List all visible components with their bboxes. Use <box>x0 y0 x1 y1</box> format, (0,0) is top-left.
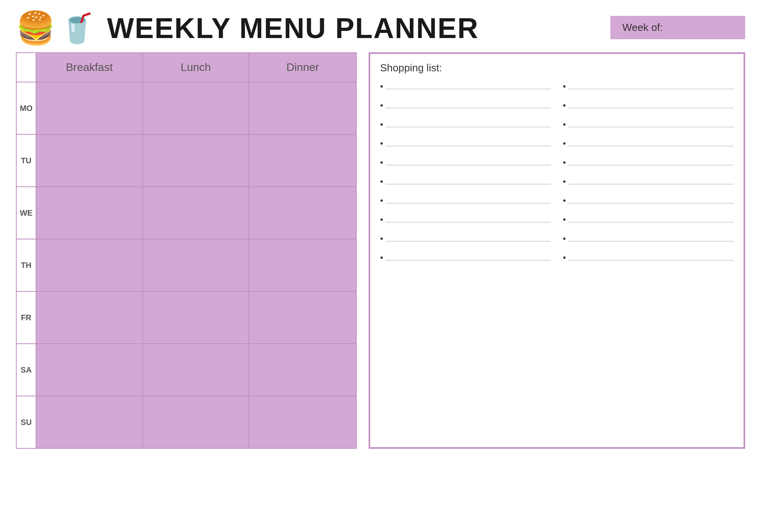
day-label-fr: FR <box>17 292 36 343</box>
sa-lunch-cell[interactable] <box>143 344 250 396</box>
shopping-line[interactable] <box>568 122 734 127</box>
shopping-line[interactable] <box>386 198 551 203</box>
th-dinner-cell[interactable] <box>249 239 356 291</box>
day-row: WE <box>16 187 357 239</box>
shopping-line[interactable] <box>386 84 551 89</box>
shopping-item: • <box>563 100 734 111</box>
day-row: FR <box>16 292 357 344</box>
shopping-item: • <box>563 157 734 168</box>
day-label-we: WE <box>17 187 36 239</box>
shopping-item: • <box>380 157 551 168</box>
burger-icon: 🍔 <box>16 12 55 44</box>
sa-dinner-cell[interactable] <box>249 344 356 396</box>
bullet-icon: • <box>563 119 566 130</box>
day-label-th: TH <box>17 239 36 291</box>
shopping-line[interactable] <box>386 141 551 146</box>
title-area: WEEKLY MENU PLANNER <box>103 12 610 44</box>
we-dinner-cell[interactable] <box>249 187 356 239</box>
day-row: TH <box>16 239 357 292</box>
shopping-line[interactable] <box>386 255 551 260</box>
bullet-icon: • <box>380 100 383 111</box>
shopping-item: • <box>380 214 551 225</box>
su-breakfast-cell[interactable] <box>36 396 143 448</box>
we-breakfast-cell[interactable] <box>36 187 143 239</box>
bullet-icon: • <box>380 81 383 92</box>
tu-lunch-cell[interactable] <box>143 135 250 186</box>
shopping-line[interactable] <box>568 160 734 165</box>
shopping-item: • <box>380 195 551 206</box>
day-row: SU <box>16 396 357 449</box>
bullet-icon: • <box>563 81 566 92</box>
planner-section: Breakfast Lunch Dinner MOTUWETHFRSASU <box>16 52 357 449</box>
bullet-icon: • <box>563 253 566 263</box>
shopping-line[interactable] <box>386 103 551 108</box>
shopping-line[interactable] <box>568 236 734 241</box>
bullet-icon: • <box>380 138 383 149</box>
shopping-line[interactable] <box>568 141 734 146</box>
dinner-header: Dinner <box>249 53 356 82</box>
fr-dinner-cell[interactable] <box>249 292 356 343</box>
day-label-mo: MO <box>17 82 36 134</box>
shopping-line[interactable] <box>568 217 734 222</box>
mo-breakfast-cell[interactable] <box>36 82 143 134</box>
shopping-item: • <box>563 119 734 130</box>
shopping-line[interactable] <box>386 179 551 184</box>
bullet-icon: • <box>380 119 383 130</box>
day-label-sa: SA <box>17 344 36 396</box>
bullet-icon: • <box>380 214 383 225</box>
bullet-icon: • <box>563 195 566 206</box>
bullet-icon: • <box>380 195 383 206</box>
shopping-item: • <box>380 176 551 187</box>
bullet-icon: • <box>380 233 383 244</box>
shopping-item: • <box>563 195 734 206</box>
main-content: Breakfast Lunch Dinner MOTUWETHFRSASU Sh… <box>16 52 745 449</box>
shopping-item: • <box>563 214 734 225</box>
su-dinner-cell[interactable] <box>249 396 356 448</box>
shopping-item: • <box>563 253 734 263</box>
bullet-icon: • <box>380 253 383 263</box>
week-of-box[interactable]: Week of: <box>610 16 745 39</box>
th-lunch-cell[interactable] <box>143 239 250 291</box>
shopping-item: • <box>380 138 551 149</box>
mo-lunch-cell[interactable] <box>143 82 250 134</box>
page-header: 🍔 🥤 WEEKLY MENU PLANNER Week of: <box>16 12 745 44</box>
su-lunch-cell[interactable] <box>143 396 250 448</box>
we-lunch-cell[interactable] <box>143 187 250 239</box>
tu-dinner-cell[interactable] <box>249 135 356 186</box>
column-headers: Breakfast Lunch Dinner <box>16 52 357 82</box>
bullet-icon: • <box>563 100 566 111</box>
shopping-item: • <box>563 176 734 187</box>
shopping-line[interactable] <box>386 122 551 127</box>
fr-breakfast-cell[interactable] <box>36 292 143 343</box>
bullet-icon: • <box>563 233 566 244</box>
shopping-line[interactable] <box>568 179 734 184</box>
shopping-line[interactable] <box>568 198 734 203</box>
shopping-line[interactable] <box>568 255 734 260</box>
shopping-item: • <box>380 81 551 92</box>
day-row: SA <box>16 344 357 396</box>
shopping-line[interactable] <box>386 160 551 165</box>
shopping-line[interactable] <box>386 236 551 241</box>
shopping-item: • <box>380 100 551 111</box>
shopping-left-column: •••••••••• <box>380 81 551 272</box>
day-row: MO <box>16 82 357 135</box>
shopping-item: • <box>563 138 734 149</box>
shopping-list-title: Shopping list: <box>380 62 734 74</box>
lunch-header: Lunch <box>143 53 250 82</box>
sa-breakfast-cell[interactable] <box>36 344 143 396</box>
shopping-item: • <box>563 233 734 244</box>
shopping-item: • <box>563 81 734 92</box>
bullet-icon: • <box>563 214 566 225</box>
shopping-line[interactable] <box>568 84 734 89</box>
shopping-line[interactable] <box>386 217 551 222</box>
breakfast-header: Breakfast <box>36 53 143 82</box>
shopping-line[interactable] <box>568 103 734 108</box>
shopping-right-column: •••••••••• <box>563 81 734 272</box>
fr-lunch-cell[interactable] <box>143 292 250 343</box>
shopping-item: • <box>380 119 551 130</box>
bullet-icon: • <box>563 157 566 168</box>
mo-dinner-cell[interactable] <box>249 82 356 134</box>
tu-breakfast-cell[interactable] <box>36 135 143 186</box>
th-breakfast-cell[interactable] <box>36 239 143 291</box>
bullet-icon: • <box>380 176 383 187</box>
